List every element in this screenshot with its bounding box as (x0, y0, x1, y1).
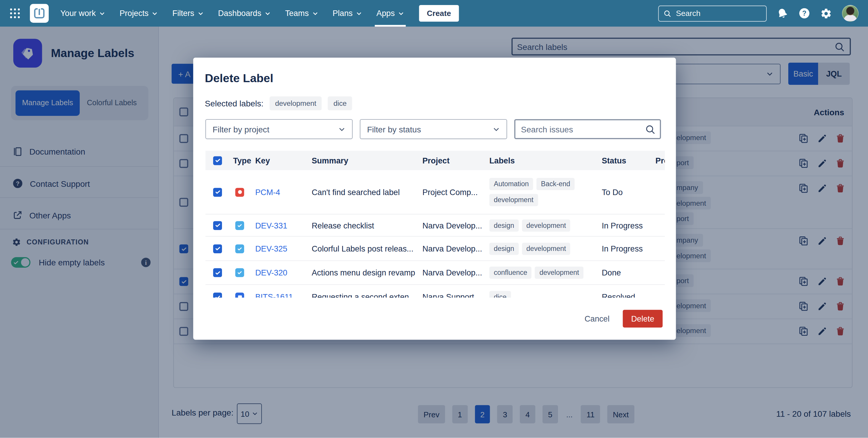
nav-item-label: Your work (60, 9, 96, 18)
issue-labels: design development (483, 242, 595, 255)
selected-label-chip: development (270, 96, 322, 110)
label-chip: Automation (490, 178, 533, 190)
issue-key-link[interactable]: DEV-331 (255, 221, 287, 230)
modal-footer: Cancel Delete (577, 310, 663, 327)
search-icon (645, 124, 655, 135)
top-nav: Your work Projects Filters Dashboards Te… (0, 0, 868, 27)
column-header-type: Type (225, 156, 250, 165)
nav-item-projects[interactable]: Projects (113, 0, 165, 27)
notifications-icon[interactable] (775, 6, 790, 21)
label-chip: development (522, 219, 570, 231)
type-bug-icon (235, 188, 244, 197)
filter-by-project-placeholder: Filter by project (213, 124, 269, 134)
issue-labels: confluence development (483, 267, 595, 279)
label-chip: development (522, 242, 570, 255)
nav-search-input[interactable] (659, 9, 766, 18)
modal-filters-row: Filter by project Filter by status (206, 119, 661, 139)
type-task-icon (235, 268, 244, 277)
nav-search (658, 5, 767, 21)
search-icon (663, 9, 671, 18)
issue-labels: design development (483, 219, 595, 231)
type-story-icon (235, 293, 244, 298)
settings-icon[interactable] (820, 7, 832, 19)
issue-key-link[interactable]: DEV-320 (255, 268, 287, 277)
nav-item-label: Apps (376, 9, 395, 18)
search-issues-field (514, 119, 661, 139)
issue-checkbox[interactable] (213, 244, 222, 253)
nav-logo-icon[interactable] (30, 4, 49, 23)
issue-key-link[interactable]: BITS-1611 (255, 293, 293, 298)
select-all-issues-checkbox[interactable] (213, 156, 222, 165)
issue-status: Resolved (595, 293, 649, 298)
app-switcher-icon[interactable] (8, 6, 22, 21)
label-chip: Back-end (536, 178, 575, 190)
svg-text:?: ? (802, 9, 806, 17)
issue-summary: Can't find searched label (305, 188, 416, 197)
chevron-down-icon (356, 10, 362, 17)
issue-summary: Colorful Labels post releas... (305, 244, 416, 253)
issue-project: Narva Develop... (416, 268, 483, 277)
chevron-down-icon (312, 10, 318, 17)
cancel-button[interactable]: Cancel (577, 310, 617, 327)
nav-item-label: Teams (285, 9, 309, 18)
type-task-icon (235, 221, 244, 230)
issue-key-link[interactable]: PCM-4 (255, 188, 280, 197)
selected-labels-row: Selected labels: development dice (205, 96, 352, 110)
column-header-key: Key (250, 156, 305, 165)
issue-checkbox[interactable] (213, 221, 222, 230)
chevron-down-icon (338, 126, 345, 133)
label-chip: dice (490, 291, 511, 298)
issue-checkbox[interactable] (213, 293, 222, 298)
issue-summary: Release checklist (305, 221, 416, 230)
chevron-down-icon (493, 126, 500, 133)
nav-item-your-work[interactable]: Your work (53, 0, 113, 27)
issue-project: Narva Support... (416, 293, 483, 298)
filter-by-status-select[interactable]: Filter by status (360, 119, 507, 139)
issues-table: Type Key Summary Project Labels Status P… (206, 151, 665, 298)
issue-row: BITS-1611 Requesting a second exten... N… (206, 285, 665, 298)
column-header-project: Project (416, 156, 483, 165)
issue-project: Narva Develop... (416, 244, 483, 253)
nav-item-filters[interactable]: Filters (165, 0, 211, 27)
issue-summary: Actions menu design revamp (305, 268, 416, 277)
issue-labels: Automation Back-end development (483, 178, 595, 206)
issue-project: Project Comp... (416, 188, 483, 197)
issue-status: To Do (595, 188, 649, 197)
selected-label-chip: dice (328, 96, 352, 110)
nav-left-group: Your work Projects Filters Dashboards Te… (0, 0, 459, 27)
clipped-row-container: BITS-1611 Requesting a second exten... N… (206, 285, 665, 298)
chevron-down-icon (398, 10, 404, 17)
nav-item-dashboards[interactable]: Dashboards (211, 0, 278, 27)
modal-title: Delete Label (205, 71, 273, 85)
nav-item-label: Plans (333, 9, 352, 18)
delete-button[interactable]: Delete (623, 310, 663, 327)
column-header-summary: Summary (305, 156, 416, 165)
issue-status: In Progress (595, 244, 649, 253)
issue-checkbox[interactable] (213, 268, 222, 277)
nav-item-label: Projects (120, 9, 149, 18)
column-header-labels: Labels (483, 156, 595, 165)
search-issues-input[interactable] (516, 124, 645, 134)
issue-checkbox[interactable] (213, 188, 222, 197)
chevron-down-icon (99, 10, 105, 17)
issue-status: Done (595, 268, 649, 277)
nav-item-plans[interactable]: Plans (326, 0, 369, 27)
issues-table-header: Type Key Summary Project Labels Status P… (206, 151, 665, 170)
nav-item-label: Dashboards (218, 9, 261, 18)
nav-item-teams[interactable]: Teams (278, 0, 326, 27)
create-button[interactable]: Create (419, 5, 459, 22)
column-header-project-cut: Pro (649, 156, 665, 165)
issue-key-link[interactable]: DEV-325 (255, 244, 287, 253)
nav-item-apps[interactable]: Apps (369, 0, 411, 27)
type-task-icon (235, 244, 244, 253)
nav-right-group: ? (658, 5, 868, 22)
issue-labels: dice (483, 291, 595, 298)
chevron-down-icon (197, 10, 204, 17)
label-chip: development (535, 267, 583, 279)
filter-by-project-select[interactable]: Filter by project (206, 119, 353, 139)
issue-row: PCM-4 Can't find searched label Project … (206, 170, 665, 214)
help-icon[interactable]: ? (798, 7, 810, 19)
issue-row: DEV-331 Release checklist Narva Develop.… (206, 214, 665, 237)
user-avatar[interactable] (842, 5, 859, 22)
screen: Your work Projects Filters Dashboards Te… (0, 0, 868, 438)
